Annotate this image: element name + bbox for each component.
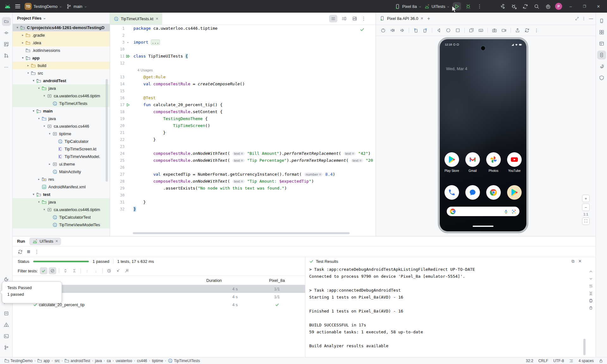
zoom-in-button[interactable]: + bbox=[582, 195, 590, 202]
breadcrumb-item[interactable]: CTipTimeUITests bbox=[168, 358, 200, 363]
print-icon[interactable] bbox=[589, 298, 593, 303]
window-minimize-button[interactable]: – bbox=[565, 0, 576, 13]
close-uitests-tab-icon[interactable]: ✕ bbox=[55, 239, 58, 243]
device-screen-record-icon[interactable] bbox=[500, 27, 508, 34]
app-gmail[interactable]: Gmail bbox=[464, 152, 481, 173]
code-editor[interactable]: 1package ca.uwaterloo.cs446.tiptime23▸im… bbox=[110, 25, 376, 230]
tree-item[interactable]: ▸build bbox=[13, 62, 110, 69]
project-view-selector[interactable]: Project Files ⌄ bbox=[13, 13, 110, 24]
tree-item[interactable]: ▾C:\projects\cs446-1261-demos\TestingD bbox=[13, 24, 110, 31]
project-scrollbar[interactable] bbox=[106, 79, 108, 182]
more-actions-icon[interactable]: ⋮ bbox=[475, 2, 484, 10]
running-devices-icon[interactable] bbox=[597, 51, 606, 59]
app-messages[interactable] bbox=[464, 185, 481, 200]
google-lens-icon[interactable] bbox=[512, 209, 516, 214]
run-panel-title[interactable]: Run bbox=[17, 239, 25, 244]
tree-right-arrow-icon[interactable]: ▸ bbox=[26, 64, 30, 67]
scroll-up-icon[interactable] bbox=[589, 269, 593, 274]
tree-item[interactable]: TipTimeScreen.kt bbox=[13, 145, 110, 153]
sort-duration-icon[interactable] bbox=[105, 267, 113, 274]
breadcrumb-item[interactable]: androidTest bbox=[64, 358, 90, 363]
commit-icon[interactable] bbox=[2, 28, 11, 37]
device-power-icon[interactable] bbox=[379, 27, 387, 34]
tree-down-arrow-icon[interactable]: ▾ bbox=[31, 193, 36, 196]
tree-item[interactable]: ▾ca.uwaterloo.cs446 bbox=[13, 122, 110, 130]
tree-item[interactable]: CTipCalculator bbox=[13, 137, 110, 145]
soft-wrap-icon[interactable] bbox=[589, 284, 593, 288]
device-more-icon[interactable]: ⋮ bbox=[532, 27, 541, 34]
run-configuration-selector[interactable]: UITests ⌄ bbox=[424, 4, 450, 9]
design-view-icon[interactable] bbox=[351, 15, 359, 22]
breadcrumb-item[interactable]: cs446 bbox=[137, 359, 147, 363]
project-widget[interactable]: TD TestingDemo ⌄ bbox=[25, 3, 62, 10]
search-everywhere-icon[interactable] bbox=[532, 2, 541, 10]
device-back-icon[interactable] bbox=[435, 27, 443, 34]
tree-right-arrow-icon[interactable]: ▸ bbox=[21, 33, 25, 37]
line-separator[interactable]: CRLF bbox=[538, 359, 548, 363]
run-class-gutter-icon[interactable] bbox=[125, 53, 132, 60]
inspections-ok-icon[interactable] bbox=[360, 27, 365, 32]
tree-down-arrow-icon[interactable]: ▾ bbox=[15, 26, 20, 29]
breadcrumb-item[interactable]: ca bbox=[107, 359, 111, 363]
problems-icon[interactable] bbox=[2, 320, 11, 329]
run-more-icon[interactable]: ⋮ bbox=[34, 249, 39, 255]
tree-down-arrow-icon[interactable]: ▾ bbox=[42, 124, 46, 128]
tree-item[interactable]: ▾java bbox=[13, 84, 110, 92]
device-volume-down-icon[interactable] bbox=[398, 27, 406, 34]
tree-item[interactable]: ▾src bbox=[13, 69, 110, 77]
tree-item[interactable]: ▾app bbox=[13, 54, 110, 62]
run-test-gutter-icon[interactable] bbox=[125, 101, 132, 108]
tree-item[interactable]: ▾ca.uwaterloo.cs446.tiptim bbox=[13, 206, 110, 213]
tree-right-arrow-icon[interactable]: ▸ bbox=[47, 162, 52, 166]
file-encoding[interactable]: UTF-8 bbox=[553, 359, 564, 363]
tree-item[interactable]: ▾java bbox=[13, 198, 110, 206]
tree-item[interactable]: CTipCalculatorTest bbox=[13, 213, 110, 221]
pull-requests-icon[interactable] bbox=[2, 51, 11, 60]
indent-size[interactable]: 4 spaces bbox=[579, 359, 594, 363]
panel-more-icon[interactable]: ⋮ bbox=[582, 16, 586, 21]
app-playstore[interactable]: Play Store bbox=[443, 152, 461, 173]
editor-tab[interactable]: C TipTimeUITests.kt ✕ bbox=[110, 13, 162, 25]
tree-down-arrow-icon[interactable]: ▾ bbox=[31, 109, 36, 112]
logcat-icon[interactable] bbox=[2, 309, 11, 318]
device-manager-icon[interactable] bbox=[597, 16, 606, 25]
tree-item[interactable]: MAndroidManifest.xml bbox=[13, 183, 110, 191]
tree-item[interactable]: CMainActivity bbox=[13, 168, 110, 175]
tree-down-arrow-icon[interactable]: ▾ bbox=[37, 87, 41, 90]
gradle-icon[interactable] bbox=[597, 62, 606, 71]
breadcrumb-item[interactable]: java bbox=[95, 359, 102, 363]
breadcrumb-item[interactable]: app bbox=[37, 358, 50, 363]
editor-more-icon[interactable]: ⋮ bbox=[361, 16, 366, 21]
next-icon[interactable]: ↓ bbox=[92, 267, 100, 274]
terminal-icon[interactable] bbox=[2, 332, 11, 341]
tree-right-arrow-icon[interactable]: ▸ bbox=[21, 41, 25, 44]
tree-item[interactable]: CTipTimeViewModelTes bbox=[13, 221, 110, 228]
tree-down-arrow-icon[interactable]: ▾ bbox=[42, 208, 46, 211]
device-snapshot-icon[interactable] bbox=[467, 27, 475, 34]
device-home-icon[interactable] bbox=[444, 27, 452, 34]
device-share-icon[interactable] bbox=[513, 27, 522, 34]
window-close-button[interactable]: ✕ bbox=[593, 0, 604, 13]
tree-item[interactable]: ▾androidTest bbox=[13, 77, 110, 84]
build-button[interactable] bbox=[498, 2, 506, 10]
stop-icon[interactable] bbox=[27, 250, 31, 254]
tree-item[interactable]: TipTimeViewModel. bbox=[13, 153, 110, 160]
main-menu-icon[interactable] bbox=[15, 3, 20, 9]
structure-icon[interactable] bbox=[2, 40, 11, 49]
vcs-branch-widget[interactable]: main ⌄ bbox=[66, 4, 87, 9]
usages-inlay-hint[interactable]: 4 Usages bbox=[133, 68, 153, 72]
tree-down-arrow-icon[interactable]: ▾ bbox=[47, 132, 52, 135]
tree-item[interactable]: ▾main bbox=[13, 107, 110, 115]
hide-panel-icon[interactable]: — bbox=[589, 16, 593, 21]
console-output[interactable]: > Task :app:createDebugAndroidTestApkLis… bbox=[305, 266, 596, 349]
close-device-tab-icon[interactable]: ✕ bbox=[420, 16, 423, 21]
close-console-icon[interactable]: ✕ bbox=[578, 259, 582, 264]
device-keyboard-icon[interactable] bbox=[477, 27, 485, 34]
tree-right-arrow-icon[interactable]: ▸ bbox=[37, 178, 41, 181]
phone-home-handle[interactable] bbox=[473, 226, 494, 227]
caret-position[interactable]: 32:2 bbox=[526, 359, 533, 363]
split-view-icon[interactable] bbox=[340, 15, 348, 22]
resource-manager-icon[interactable] bbox=[597, 28, 606, 37]
scroll-down-icon[interactable] bbox=[589, 276, 593, 281]
device-screenshot-icon[interactable] bbox=[490, 27, 499, 34]
